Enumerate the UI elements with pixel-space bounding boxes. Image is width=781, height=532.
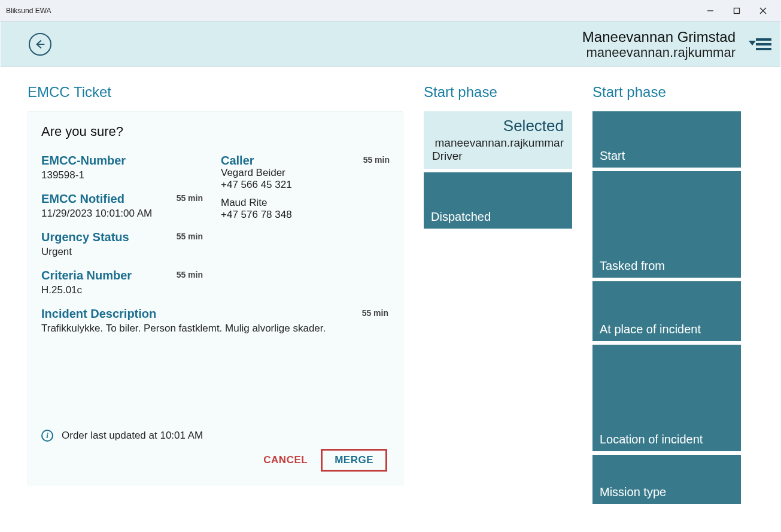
tile-selected-line1: maneevannan.rajkummar	[435, 136, 564, 150]
tile-dispatched[interactable]: Dispatched	[424, 172, 572, 229]
time-badge: 55 min	[362, 308, 388, 318]
titlebar: Bliksund EWA	[0, 0, 781, 22]
field-urgency: 55 min Urgency Status Urgent	[41, 230, 221, 258]
tile-mission-type[interactable]: Mission type	[592, 455, 741, 504]
time-badge: 55 min	[177, 270, 203, 279]
start-phase-right: Start phase Start Tasked from At place o…	[592, 84, 741, 507]
caller-line: Vegard Beider	[221, 167, 390, 179]
app-header: Maneevannan Grimstad maneevannan.rajkumm…	[1, 22, 780, 67]
tile-selected[interactable]: Selected maneevannan.rajkummar Driver	[424, 111, 572, 169]
content: EMCC Ticket Are you sure? EMCC-Number 13…	[0, 67, 781, 507]
time-badge: 55 min	[177, 193, 203, 203]
field-value: Urgent	[41, 246, 221, 258]
tile-start[interactable]: Start	[592, 111, 741, 168]
merge-button[interactable]: MERGE	[321, 449, 387, 472]
button-row: CANCEL MERGE	[41, 449, 390, 472]
field-value: 11/29/2023 10:01:00 AM	[41, 208, 221, 220]
footer-row: i Order last updated at 10:01 AM	[41, 430, 390, 442]
field-caller: 55 min Caller Vegard Beider +47 566 45 3…	[221, 154, 390, 221]
tile-label: At place of incident	[600, 323, 734, 336]
time-badge: 55 min	[177, 232, 203, 241]
caller-line: +47 576 78 348	[221, 209, 390, 221]
ticket-box: Are you sure? EMCC-Number 139598-1 55 mi…	[28, 111, 403, 485]
svg-rect-1	[734, 8, 740, 13]
field-value: Trafikkulykke. To biler. Person fastklem…	[41, 323, 388, 335]
field-label: Incident Description	[41, 307, 388, 320]
caller-line: +47 566 45 321	[221, 179, 390, 191]
phase-title: Start phase	[592, 84, 741, 101]
field-label: EMCC-Number	[41, 154, 221, 167]
field-emcc-notified: 55 min EMCC Notified 11/29/2023 10:01:00…	[41, 192, 221, 220]
tile-label: Location of incident	[600, 433, 734, 446]
tile-tasked-from[interactable]: Tasked from	[592, 171, 741, 278]
window-title: Bliksund EWA	[6, 7, 51, 15]
phase-title: Start phase	[424, 84, 572, 101]
menu-icon[interactable]	[749, 38, 771, 50]
time-badge: 55 min	[363, 155, 390, 165]
close-button[interactable]	[750, 2, 776, 20]
tile-label: Dispatched	[431, 210, 565, 224]
tile-at-place-of-incident[interactable]: At place of incident	[592, 281, 741, 341]
tile-selected-title: Selected	[503, 117, 564, 135]
user-name: Maneevannan Grimstad	[582, 29, 736, 45]
field-emcc-number: EMCC-Number 139598-1	[41, 154, 221, 181]
start-phase-mid: Start phase Selected maneevannan.rajkumm…	[424, 84, 572, 507]
tile-label: Tasked from	[600, 259, 734, 273]
field-criteria: 55 min Criteria Number H.25.01c	[41, 269, 221, 296]
user-id: maneevannan.rajkummar	[582, 45, 736, 60]
field-value: H.25.01c	[41, 284, 221, 296]
emcc-ticket-section: EMCC Ticket Are you sure? EMCC-Number 13…	[28, 84, 403, 507]
minimize-button[interactable]	[697, 2, 724, 20]
section-title: EMCC Ticket	[28, 84, 403, 101]
caller-line: Maud Rite	[221, 197, 390, 209]
maximize-button[interactable]	[724, 2, 750, 20]
info-icon: i	[41, 430, 53, 442]
tile-location-of-incident[interactable]: Location of incident	[592, 345, 741, 451]
tile-label: Start	[600, 149, 734, 163]
cancel-button[interactable]: CANCEL	[263, 454, 308, 466]
back-button[interactable]	[29, 33, 51, 56]
user-block: Maneevannan Grimstad maneevannan.rajkumm…	[582, 29, 736, 60]
field-incident: 55 min Incident Description Trafikkulykk…	[41, 307, 388, 335]
field-value: 139598-1	[41, 169, 221, 181]
tile-selected-line2: Driver	[432, 150, 463, 163]
window-controls	[697, 2, 776, 20]
footer-text: Order last updated at 10:01 AM	[62, 430, 203, 442]
confirm-title: Are you sure?	[41, 124, 390, 139]
tile-label: Mission type	[600, 485, 734, 499]
